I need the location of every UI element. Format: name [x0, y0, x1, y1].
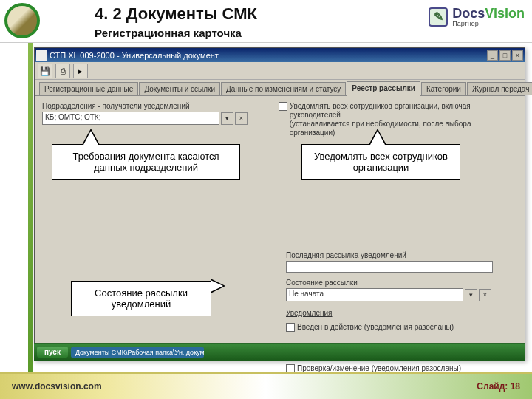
state-label: Состояние рассылки: [286, 279, 508, 287]
last-sent-label: Последняя рассылка уведомлений: [286, 251, 508, 259]
brand-subtext: Партнер: [452, 20, 525, 27]
slide-title: 4. 2 Документы СМК: [95, 4, 257, 24]
checkbox-icon[interactable]: [286, 323, 295, 332]
slide-header: 4. 2 Документы СМК Регистрационная карто…: [0, 0, 532, 43]
maximize-button[interactable]: □: [499, 50, 511, 61]
window-titlebar[interactable]: СТП XL 009-2000 - Универсальный документ…: [35, 48, 525, 62]
chk-activated[interactable]: Введен в действие (уведомления разосланы…: [286, 323, 508, 332]
notify-all-label: Уведомлять всех сотрудников организации,…: [290, 102, 471, 119]
chk-activated-label: Введен в действие (уведомления разосланы…: [297, 323, 454, 332]
close-button[interactable]: ×: [512, 50, 523, 61]
tab-categories[interactable]: Категории: [421, 82, 466, 95]
minimize-button[interactable]: _: [487, 50, 498, 61]
departments-dropdown-button[interactable]: ▾: [221, 112, 233, 125]
callout-departments: Требования документа касаются данных под…: [52, 144, 240, 180]
state-dropdown-button[interactable]: ▾: [465, 289, 477, 301]
taskbar[interactable]: пуск Документы СМК\Рабочая папка\Ун. док…: [34, 343, 525, 361]
start-button[interactable]: пуск: [37, 347, 68, 358]
footer-slide-number: Слайд: 18: [477, 381, 520, 392]
callout-state-text: Состояние рассылки уведомлений: [95, 287, 188, 310]
tab-transfer-log[interactable]: Журнал передач: [467, 82, 532, 95]
footer-url: www.docsvision.com: [12, 381, 102, 392]
callout-arrow-icon: [211, 279, 225, 293]
accent-bar: [28, 43, 33, 372]
slide-footer: www.docsvision.com Слайд: 18: [0, 372, 532, 399]
toolbar-print-icon[interactable]: ⎙: [55, 64, 70, 78]
state-clear-button[interactable]: ×: [479, 289, 491, 301]
toolbar: 💾 ⎙ ▸: [35, 62, 525, 80]
notifications-header: Уведомления: [286, 309, 508, 317]
form-body: Подразделения - получатели уведомлений К…: [35, 96, 525, 360]
callout-notify-all: Уведомлять всех сотрудников организации: [301, 144, 460, 180]
last-sent-field[interactable]: [286, 261, 493, 273]
taskbar-item[interactable]: Документы СМК\Рабочая папка\Ун. документ: [71, 347, 204, 358]
departments-label: Подразделения - получатели уведомлений: [42, 102, 264, 110]
tab-docs-links[interactable]: Документы и ссылки: [139, 82, 220, 95]
notify-all-checkbox[interactable]: [279, 102, 287, 111]
window-title: СТП XL 009-2000 - Универсальный документ: [50, 51, 487, 60]
brand-text: DocsVision: [452, 6, 525, 21]
callout-state: Состояние рассылки уведомлений: [71, 281, 211, 316]
callout-arrow-icon: [369, 129, 386, 145]
callout-arrow-icon: [82, 129, 100, 145]
brand-mark-icon: ✎: [429, 7, 448, 27]
departments-input[interactable]: КБ; ОМТС; ОТК;: [42, 112, 219, 125]
tab-changes-status[interactable]: Данные по изменениям и статусу: [221, 82, 346, 95]
callout-notify-all-text: Уведомлять всех сотрудников организации: [314, 151, 448, 173]
tab-reg-data[interactable]: Регистрационные данные: [39, 82, 138, 95]
tab-distribution-registry[interactable]: Реестр рассылки: [347, 81, 420, 96]
toolbar-save-icon[interactable]: 💾: [38, 64, 52, 78]
tab-strip: Регистрационные данные Документы и ссылк…: [35, 80, 525, 96]
slide-subtitle: Регистрационная карточка: [95, 27, 242, 39]
state-input[interactable]: Не начата: [286, 288, 463, 301]
app-icon: [36, 50, 47, 61]
company-logo-icon: [4, 3, 40, 38]
notify-all-row[interactable]: Уведомлять всех сотрудников организации,…: [279, 102, 517, 137]
departments-clear-button[interactable]: ×: [235, 112, 248, 125]
brand-logo: ✎ DocsVision Партнер: [429, 6, 525, 27]
toolbar-action-icon[interactable]: ▸: [73, 64, 88, 78]
callout-departments-text: Требования документа касаются данных под…: [72, 151, 219, 173]
